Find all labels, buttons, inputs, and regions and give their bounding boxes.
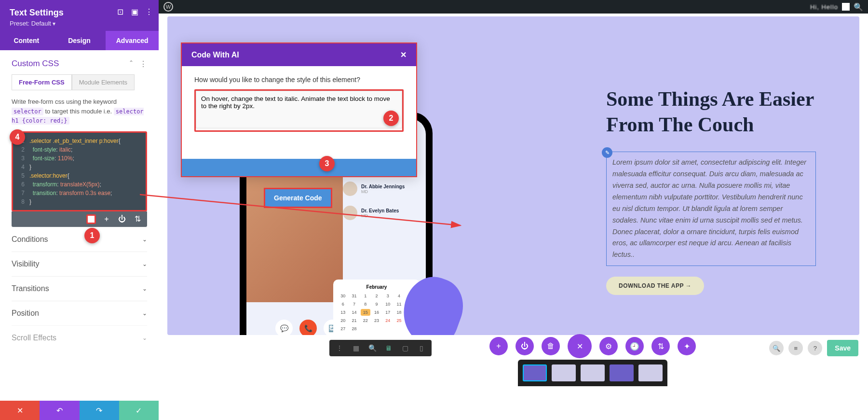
tab-advanced[interactable]: Advanced [106, 31, 159, 50]
chevron-up-icon[interactable]: ⌃ [129, 59, 134, 69]
more-icon[interactable]: ⋮ [335, 344, 344, 352]
sidebar-footer: ✕ ↶ ↷ ✓ [0, 401, 159, 420]
annotation-arrow [140, 191, 468, 239]
text-module-selected[interactable]: ✎ Lorem ipsum dolor sit amet, consectetu… [606, 152, 816, 266]
chevron-down-icon: ▾ [53, 20, 55, 27]
chevron-down-icon: ⌄ [142, 310, 147, 317]
subtab-module-elements[interactable]: Module Elements [72, 74, 135, 90]
ai-modal-question: How would you like to change the style o… [194, 76, 404, 84]
wordpress-logo-icon[interactable]: W [163, 2, 173, 12]
preset-dropdown[interactable]: Preset: Default ▾ [10, 20, 149, 27]
history-thumb[interactable] [552, 364, 576, 381]
builder-right-bar: 🔍 ≡ ? Save [769, 340, 858, 356]
download-app-button[interactable]: DOWNLOAD THE APP → [606, 277, 704, 295]
tab-content[interactable]: Content [0, 31, 53, 50]
ai-modal-title: Code With AI [191, 51, 239, 59]
accordion-conditions[interactable]: Conditions⌄ [12, 227, 147, 252]
zoom-icon[interactable]: 🔍 [368, 344, 377, 352]
wireframe-icon[interactable]: ▦ [352, 344, 360, 352]
css-description: Write free-form css using the keyword se… [12, 97, 147, 126]
accordion-position[interactable]: Position⌄ [12, 301, 147, 325]
chevron-down-icon: ⌄ [142, 261, 147, 267]
sidebar-header: Text Settings Preset: Default ▾ ⊡ ▣ ⋮ [0, 0, 159, 31]
ai-button[interactable]: AI [86, 214, 96, 224]
layers-icon[interactable]: ≡ [788, 341, 803, 355]
history-thumbnails [518, 360, 667, 386]
focus-icon[interactable]: ⊡ [116, 8, 124, 15]
sidebar-tabs: Content Design Advanced [0, 31, 159, 50]
sidebar-body: Custom CSS ⌃ ⋮ Free-Form CSS Module Elem… [0, 50, 159, 383]
history-thumb[interactable] [581, 364, 605, 381]
expand-icon[interactable]: ▣ [131, 8, 138, 15]
more-icon[interactable]: ⋮ [139, 59, 147, 69]
undo-button[interactable]: ↶ [40, 401, 79, 420]
history-thumb[interactable] [523, 364, 547, 381]
add-icon[interactable]: + [102, 214, 111, 224]
edit-icon[interactable]: ✎ [602, 147, 612, 158]
ai-prompt-input[interactable]: On hover, change the text to italic. Ani… [196, 91, 402, 128]
add-button[interactable]: + [489, 337, 508, 355]
close-builder-button[interactable]: ✕ [568, 334, 592, 358]
accordion-transitions[interactable]: Transitions⌄ [12, 276, 147, 301]
text-module-content: Lorem ipsum dolor sit amet, consectetur … [612, 157, 810, 261]
settings-button[interactable]: ⚙ [599, 337, 618, 355]
redo-button[interactable]: ↷ [80, 401, 119, 420]
search-icon[interactable]: 🔍 [854, 2, 863, 12]
chevron-down-icon: ⌄ [142, 285, 147, 292]
annotation-marker: 2 [383, 111, 399, 126]
history-button[interactable]: 🕘 [625, 337, 644, 355]
swap-button[interactable]: ⇅ [651, 337, 670, 355]
help-icon[interactable]: ? [808, 341, 822, 355]
desktop-icon[interactable]: 🖥 [384, 344, 393, 352]
accordion-scroll-effects[interactable]: Scroll Effects⌄ [12, 325, 147, 350]
subtab-freeform[interactable]: Free-Form CSS [12, 74, 72, 90]
more-icon[interactable]: ⋮ [145, 8, 153, 15]
settings-sidebar: Text Settings Preset: Default ▾ ⊡ ▣ ⋮ Co… [0, 0, 159, 420]
annotation-marker: 3 [319, 156, 335, 171]
power-button[interactable]: ⏻ [515, 337, 534, 355]
accordion-visibility[interactable]: Visibility⌄ [12, 252, 147, 276]
history-thumb[interactable] [610, 364, 634, 381]
section-headline: Some Things Are Easier From The Couch [606, 86, 816, 137]
css-editor[interactable]: 1.selector .et_pb_text_inner p:hover { 2… [12, 131, 147, 211]
code-with-ai-modal: Code With AI ✕ How would you like to cha… [181, 42, 417, 177]
chevron-down-icon: ⌄ [142, 335, 147, 341]
confirm-button[interactable]: ✓ [119, 401, 159, 420]
tab-design[interactable]: Design [53, 31, 106, 50]
admin-user-label[interactable]: Hi, Hello [810, 3, 838, 11]
delete-button[interactable]: 🗑 [542, 337, 560, 355]
chat-icon: 💬 [275, 320, 293, 335]
tablet-icon[interactable]: ▢ [401, 344, 409, 352]
search-icon[interactable]: 🔍 [769, 341, 784, 355]
power-icon[interactable]: ⏻ [117, 214, 127, 224]
annotation-marker: 4 [10, 129, 25, 145]
section-custom-css-title[interactable]: Custom CSS [12, 59, 59, 69]
svg-line-0 [140, 195, 461, 225]
close-icon[interactable]: ✕ [400, 50, 407, 59]
hangup-icon: 📞 [299, 320, 317, 335]
cancel-button[interactable]: ✕ [0, 401, 40, 420]
builder-action-bar: + ⏻ 🗑 ✕ ⚙ 🕘 ⇅ ✦ [489, 334, 696, 358]
device-preview-bar: ⋮ ▦ 🔍 🖥 ▢ ▯ [329, 340, 432, 356]
wordpress-admin-bar: W Hi, Hello 🔍 [159, 0, 868, 14]
annotation-marker: 1 [84, 228, 100, 243]
css-editor-toolbar: AI + ⏻ ⇅ [12, 211, 147, 227]
save-button[interactable]: Save [827, 340, 858, 356]
history-thumb[interactable] [638, 364, 663, 381]
ai-assist-button[interactable]: ✦ [678, 337, 696, 355]
mobile-icon[interactable]: ▯ [417, 344, 426, 352]
avatar[interactable] [842, 3, 850, 11]
